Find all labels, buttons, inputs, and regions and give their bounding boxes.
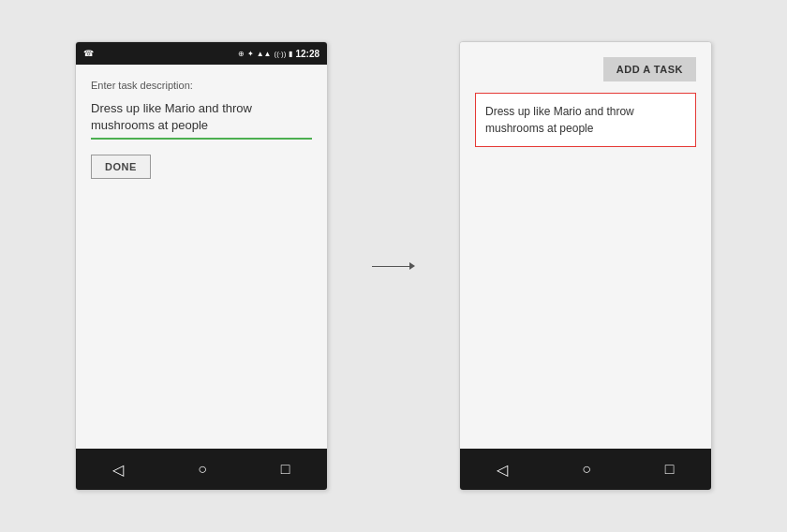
transition-arrow <box>365 262 422 270</box>
task-input-text[interactable]: Dress up like Mario and throw mushrooms … <box>91 100 312 140</box>
right-nav-bar: ◁ ○ □ <box>460 449 711 490</box>
back-nav-icon[interactable]: ◁ <box>112 461 124 479</box>
status-bar-right: ⊕ ✦ ▲▲ ((·)) ▮ 12:28 <box>238 49 319 59</box>
battery-icon: ▮ <box>289 50 292 58</box>
arrow <box>372 262 415 270</box>
add-task-button[interactable]: ADD A TASK <box>603 57 696 81</box>
right-back-nav-icon[interactable]: ◁ <box>497 461 508 479</box>
task-item: Dress up like Mario and throw mushrooms … <box>475 93 696 147</box>
signal-icon: ▲▲ <box>257 50 272 58</box>
bluetooth-icon: ✦ <box>247 50 254 58</box>
left-phone: ☎ ⊕ ✦ ▲▲ ((·)) ▮ 12:28 Enter task descri… <box>75 41 328 491</box>
arrow-head <box>409 262 415 270</box>
right-recent-nav-icon[interactable]: □ <box>665 461 675 478</box>
wifi-icon: ((·)) <box>275 50 287 58</box>
status-bar: ☎ ⊕ ✦ ▲▲ ((·)) ▮ 12:28 <box>76 42 327 65</box>
home-nav-icon[interactable]: ○ <box>198 461 207 478</box>
done-button[interactable]: DONE <box>91 155 151 179</box>
right-phone-content: ADD A TASK Dress up like Mario and throw… <box>460 42 711 449</box>
left-phone-content: Enter task description: Dress up like Ma… <box>76 65 327 449</box>
task-label: Enter task description: <box>91 80 312 91</box>
page-wrapper: ☎ ⊕ ✦ ▲▲ ((·)) ▮ 12:28 Enter task descri… <box>0 0 787 532</box>
location-icon: ⊕ <box>238 50 245 58</box>
recent-nav-icon[interactable]: □ <box>281 461 290 478</box>
arrow-line <box>372 266 409 267</box>
status-bar-left: ☎ <box>83 49 94 58</box>
status-time: 12:28 <box>295 49 319 59</box>
notification-icon: ☎ <box>83 49 94 58</box>
left-nav-bar: ◁ ○ □ <box>76 449 327 490</box>
right-home-nav-icon[interactable]: ○ <box>582 461 591 478</box>
right-phone: ADD A TASK Dress up like Mario and throw… <box>459 41 712 491</box>
